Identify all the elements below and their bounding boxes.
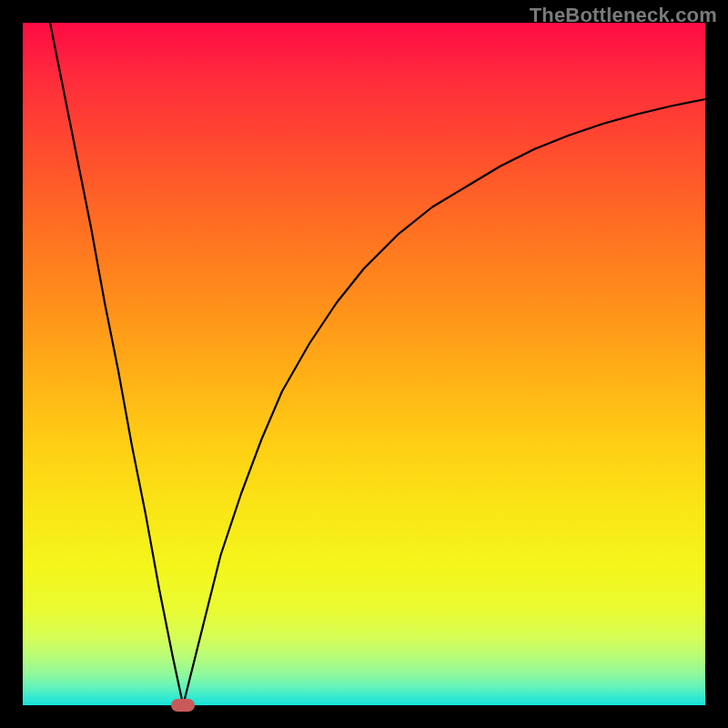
chart-frame: TheBottleneck.com [0, 0, 728, 728]
watermark-text: TheBottleneck.com [530, 4, 717, 27]
chart-curve [23, 23, 705, 705]
curve-right-branch [183, 99, 705, 705]
minimum-marker [171, 699, 195, 712]
curve-left-branch [50, 23, 183, 705]
chart-plot-area [23, 23, 705, 705]
